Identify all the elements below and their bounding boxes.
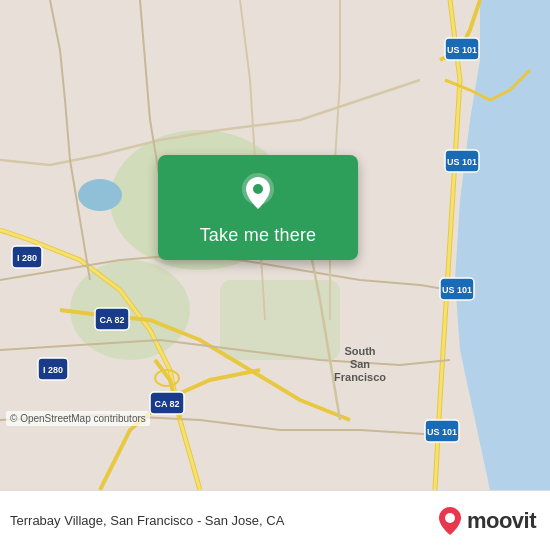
svg-text:CA 82: CA 82 (154, 399, 179, 409)
button-label: Take me there (200, 225, 317, 246)
svg-text:Francisco: Francisco (334, 371, 386, 383)
svg-text:I 280: I 280 (43, 365, 63, 375)
svg-point-4 (78, 179, 122, 211)
moovit-logo-text: moovit (467, 508, 536, 534)
svg-point-26 (253, 184, 263, 194)
svg-text:South: South (344, 345, 375, 357)
svg-text:San: San (350, 358, 370, 370)
svg-text:US 101: US 101 (447, 45, 477, 55)
svg-text:US 101: US 101 (442, 285, 472, 295)
svg-text:US 101: US 101 (447, 157, 477, 167)
bottom-bar: Terrabay Village, San Francisco - San Jo… (0, 490, 550, 550)
map-container: US 101 US 101 US 101 US 101 I 280 I 280 … (0, 0, 550, 490)
osm-attribution: © OpenStreetMap contributors (6, 411, 150, 426)
location-pin-icon (236, 171, 280, 215)
svg-rect-3 (220, 280, 340, 360)
take-me-there-button[interactable]: Take me there (158, 155, 358, 260)
svg-text:CA 82: CA 82 (99, 315, 124, 325)
moovit-logo: moovit (439, 507, 536, 535)
location-text: Terrabay Village, San Francisco - San Jo… (10, 513, 439, 528)
svg-point-27 (445, 513, 455, 523)
moovit-pin-icon (439, 507, 461, 535)
svg-text:I 280: I 280 (17, 253, 37, 263)
svg-text:US 101: US 101 (427, 427, 457, 437)
